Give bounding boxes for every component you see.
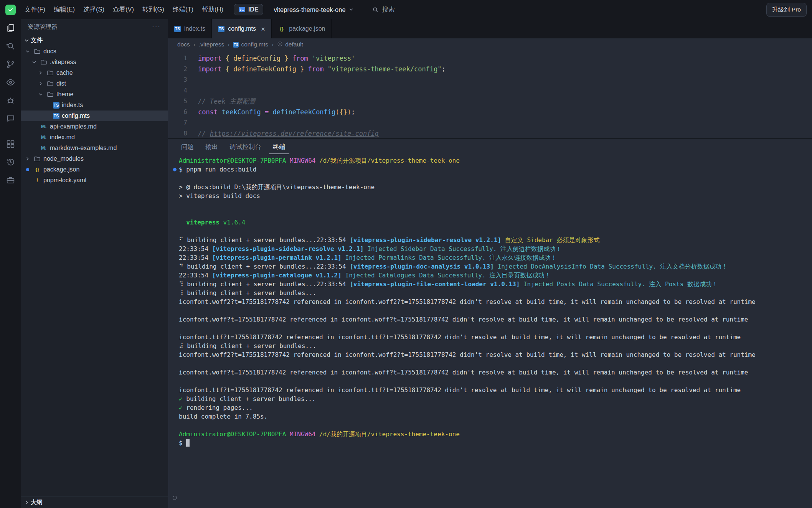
terminal-line: ⠙ building client + server bundles...22:… xyxy=(168,262,812,271)
file-label: theme xyxy=(56,91,73,98)
search-icon[interactable] xyxy=(2,40,19,53)
debug-icon[interactable] xyxy=(2,94,19,107)
toolbox-icon[interactable] xyxy=(2,173,19,186)
breadcrumb-item[interactable]: docs xyxy=(177,41,190,48)
tab-index.ts[interactable]: TSindex.ts xyxy=(168,19,212,38)
code-editor[interactable]: 1import { defineConfig } from 'vitepress… xyxy=(168,51,812,138)
tab-label: config.mts xyxy=(228,25,256,32)
logo-glyph xyxy=(8,7,13,13)
line-number: 2 xyxy=(168,64,187,74)
editor-group: TSindex.tsTSconfig.mts×{}package.json do… xyxy=(168,19,812,508)
file-label: index.md xyxy=(50,134,75,141)
terminal-output[interactable]: Administrator@DESKTOP-7PB0PFA MINGW64 /d… xyxy=(168,155,812,447)
tab-label: package.json xyxy=(289,25,325,32)
chevron-right-icon xyxy=(24,500,30,505)
folder-icon xyxy=(46,69,54,76)
file-label: .vitepress xyxy=(50,59,76,66)
tree-item-theme[interactable]: theme xyxy=(21,89,168,100)
workspace-name: vitepress-theme-teek-one xyxy=(274,6,346,13)
tree-item-.vitepress[interactable]: .vitepress xyxy=(21,57,168,68)
workspace-switcher[interactable]: vitepress-theme-teek-one xyxy=(274,6,354,13)
tree-item-docs[interactable]: docs xyxy=(21,46,168,57)
menu-item[interactable]: 选择(S) xyxy=(79,3,109,16)
terminal-line: iconfont.woff2?t=1755181778742 reference… xyxy=(168,350,812,359)
line-number: 1 xyxy=(168,53,187,64)
tree-item-dist[interactable]: dist xyxy=(21,78,168,89)
explorer-icon[interactable] xyxy=(2,21,19,35)
panel-tab-问题[interactable]: 问题 xyxy=(177,140,198,154)
terminal-line xyxy=(168,377,812,386)
chat-icon[interactable] xyxy=(2,112,19,125)
chevron-right-icon xyxy=(37,81,44,86)
menu-item[interactable]: 转到(G) xyxy=(138,3,168,16)
chevron-down-icon xyxy=(24,49,31,54)
upgrade-pro-button[interactable]: 升级到 Pro xyxy=(766,3,807,17)
breadcrumb-item[interactable]: TSconfig.mts xyxy=(233,41,268,48)
breadcrumb-item[interactable]: .vitepress xyxy=(199,41,224,48)
search-label: 搜索 xyxy=(382,5,395,14)
terminal-line: $ pnpm run docs:build xyxy=(168,165,812,174)
menu-item[interactable]: 编辑(E) xyxy=(50,3,79,16)
tab-package.json[interactable]: {}package.json xyxy=(272,19,332,38)
tab-config.mts[interactable]: TSconfig.mts× xyxy=(212,19,272,38)
ide-badge[interactable]: IDE xyxy=(234,4,263,15)
terminal-line xyxy=(168,209,812,218)
menu-item[interactable]: 文件(F) xyxy=(20,3,50,16)
preview-icon[interactable] xyxy=(2,76,19,89)
terminal-line: ⠸ building client + server bundles... xyxy=(168,289,812,297)
terminal-line: ⠼ building client + server bundles... xyxy=(168,341,812,350)
file-label: api-examples.md xyxy=(50,123,97,130)
tree-item-index.ts[interactable]: TSindex.ts xyxy=(21,100,168,111)
breadcrumb-item[interactable]: default xyxy=(277,41,303,48)
terminal-line: ⠋ building client + server bundles...22:… xyxy=(168,236,812,244)
chevron-down-icon xyxy=(348,7,354,12)
title-bar: 文件(F)编辑(E)选择(S)查看(V)转到(G)终端(T)帮助(H) IDE … xyxy=(0,0,812,19)
app-logo-icon[interactable] xyxy=(5,5,16,15)
sidebar-title: 资源管理器 xyxy=(28,23,58,31)
panel-tab-输出[interactable]: 输出 xyxy=(201,140,222,154)
terminal-line xyxy=(168,200,812,209)
menu-item[interactable]: 查看(V) xyxy=(109,3,138,16)
markdown-icon: M↓ xyxy=(40,145,48,151)
tree-item-config.mts[interactable]: TSconfig.mts xyxy=(21,111,168,121)
code-text: const teekConfig = defineTeekConfig({}); xyxy=(187,107,355,117)
tree-item-pnpm-lock.yaml[interactable]: !pnpm-lock.yaml xyxy=(21,175,168,186)
close-icon[interactable]: × xyxy=(261,25,265,33)
more-actions-icon[interactable]: ··· xyxy=(152,23,161,31)
panel-tab-终端[interactable]: 终端 xyxy=(269,140,289,154)
line-number: 3 xyxy=(168,74,187,85)
line-number: 7 xyxy=(168,117,187,128)
typescript-icon: TS xyxy=(53,113,59,119)
search-button[interactable]: 搜索 xyxy=(372,5,395,14)
source-control-icon[interactable] xyxy=(2,58,19,71)
bottom-panel: 问题输出调试控制台终端 Administrator@DESKTOP-7PB0PF… xyxy=(168,138,812,508)
folder-icon xyxy=(46,91,54,98)
line-number: 6 xyxy=(168,107,187,117)
file-label: dist xyxy=(56,80,66,87)
panel-tab-调试控制台[interactable]: 调试控制台 xyxy=(226,140,265,154)
file-label: markdown-examples.md xyxy=(50,145,117,152)
menu-item[interactable]: 帮助(H) xyxy=(198,3,228,16)
breadcrumb-separator: › xyxy=(228,41,229,48)
files-section-header[interactable]: 文件 xyxy=(21,35,168,46)
outline-section[interactable]: 大纲 xyxy=(21,496,168,508)
files-section-label: 文件 xyxy=(31,36,43,45)
menu-item[interactable]: 终端(T) xyxy=(168,3,198,16)
terminal-line: ✓ building client + server bundles... xyxy=(168,394,812,403)
ide-badge-label: IDE xyxy=(248,6,259,13)
history-icon[interactable] xyxy=(2,155,19,168)
terminal-line xyxy=(168,227,812,236)
tree-item-cache[interactable]: cache xyxy=(21,68,168,78)
outline-label: 大纲 xyxy=(31,498,43,506)
json-icon: {} xyxy=(33,167,41,172)
tree-item-api-examples.md[interactable]: M↓api-examples.md xyxy=(21,121,168,132)
tree-item-node_modules[interactable]: node_modules xyxy=(21,153,168,164)
ide-window: 文件(F)编辑(E)选择(S)查看(V)转到(G)终端(T)帮助(H) IDE … xyxy=(0,0,812,508)
tab-bar: TSindex.tsTSconfig.mts×{}package.json xyxy=(168,19,812,38)
folder-icon xyxy=(33,155,41,162)
extensions-icon[interactable] xyxy=(2,137,19,150)
tree-item-package.json[interactable]: {}package.json xyxy=(21,164,168,175)
tree-item-markdown-examples.md[interactable]: M↓markdown-examples.md xyxy=(21,143,168,153)
terminal-line xyxy=(168,174,812,183)
tree-item-index.md[interactable]: M↓index.md xyxy=(21,132,168,143)
